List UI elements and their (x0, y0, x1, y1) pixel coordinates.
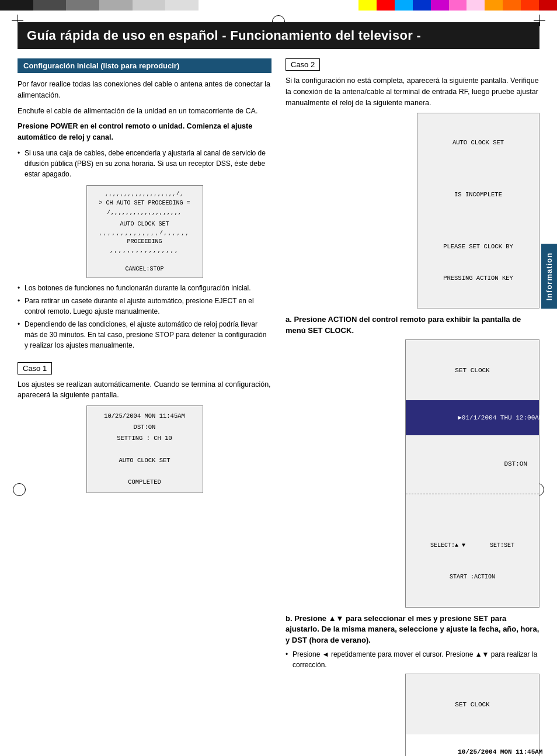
sc1-dst: DST:ON (412, 459, 533, 470)
top-bar-right (358, 0, 557, 11)
swatch-do (503, 0, 521, 11)
swatch-4 (99, 0, 133, 11)
swatch-5 (133, 0, 166, 11)
incomplete-screen-wrapper: AUTO CLOCK SET IS INCOMPLETE PLEASE SET … (286, 113, 539, 308)
completed-line2: DST:ON (94, 422, 196, 433)
swatch-r (377, 0, 395, 11)
sc1-title: SET CLOCK (412, 365, 533, 376)
bullet-list-2: Los botones de funciones no funcionarán … (18, 283, 271, 351)
top-bar-left (0, 0, 199, 11)
swatch-lpk (467, 0, 485, 11)
proceeding-line4: CANCEL:STOP (93, 265, 197, 274)
main-title: Guía rápida de uso en español - Funciona… (18, 22, 539, 49)
swatch-dr (539, 0, 557, 11)
swatch-y (358, 0, 377, 11)
columns: Configuración inicial (listo para reprod… (18, 58, 539, 756)
swatch-b (413, 0, 431, 11)
incomplete-screen: AUTO CLOCK SET IS INCOMPLETE PLEASE SET … (417, 113, 539, 308)
side-tab: Information (541, 244, 557, 309)
sc1-select: SELECT:▲ ▼ SET:SET (412, 540, 533, 550)
completed-line1: 10/25/2004 MON 11:45AM (94, 411, 196, 422)
completed-line4: AUTO CLOCK SET (94, 455, 196, 466)
swatch-o (485, 0, 503, 11)
proceeding-dots2: ,,,,,,,,,,,,,,,, (93, 247, 197, 255)
set-clock-screen-1: SET CLOCK ▶01/1/2004 THU 12:00AM DST:ON … (405, 339, 539, 608)
bullet-item-1: Si usa una caja de cables, debe encender… (18, 148, 271, 179)
swatch-lb (395, 0, 413, 11)
set-clock-screen-2: SET CLOCK 10/25/2004 MON 11:45AM DST:ON … (405, 674, 539, 756)
proceeding-dots: ,,,,,,,,,,,,,,/,,,,,, (93, 229, 197, 237)
swatch-2 (33, 0, 67, 11)
bullet-item-2: Los botones de funciones no funcionarán … (18, 283, 271, 293)
swatch-3 (66, 0, 99, 11)
proceeding-screen: ,,,,,,,,,,,,,,,,,,,/, > CH AUTO SET PROC… (86, 185, 203, 278)
swatch-ro (521, 0, 539, 11)
swatch-pk (449, 0, 467, 11)
proceeding-line2: AUTO CLOCK SET (93, 220, 197, 229)
proceeding-line3: PROCEEDING (93, 237, 197, 247)
sc1-date: ▶01/1/2004 THU 12:00AM (406, 400, 539, 435)
incomplete-line4: PRESSING ACTION KEY (423, 273, 533, 284)
instr-b-subbullet: Presione ◄ repetidamente para mover el c… (286, 649, 539, 670)
swatch-1 (0, 0, 33, 11)
caso1-text: Los ajustes se realizan automáticamente.… (18, 379, 271, 401)
left-column: Configuración inicial (listo para reprod… (18, 58, 271, 756)
caso1-label: Caso 1 (18, 362, 52, 374)
caso2-text: Si la configuración no está completa, ap… (286, 75, 539, 108)
completed-screen: 10/25/2004 MON 11:45AM DST:ON SETTING : … (86, 405, 203, 493)
sc1-dash (406, 494, 539, 494)
top-color-bar (0, 0, 557, 11)
incomplete-line3: PLEASE SET CLOCK BY (423, 242, 533, 252)
page-content: Guía rápida de uso en español - Funciona… (0, 11, 557, 756)
right-column: Caso 2 Si la configuración no está compl… (286, 58, 539, 756)
proceeding-line1: > CH AUTO SET PROCEEDING = (93, 199, 197, 208)
swatch-p (431, 0, 449, 11)
para2: Enchufe el cable de alimentación de la u… (18, 106, 271, 117)
caso2-label: Caso 2 (286, 58, 320, 71)
incomplete-line1: AUTO CLOCK SET (423, 138, 533, 148)
completed-line5: COMPLETED (94, 477, 196, 488)
section-header: Configuración inicial (listo para reprod… (18, 58, 271, 73)
incomplete-line2: IS INCOMPLETE (423, 190, 533, 200)
bullet-item-4: Dependiendo de las condiciones, el ajust… (18, 319, 271, 351)
para1: Por favor realice todas las conexiones d… (18, 79, 271, 101)
instr-b-heading: b. Presione ▲▼ para seleccionar el mes y… (286, 613, 539, 646)
sc1-start: START :ACTION (412, 572, 533, 582)
sc2-date: 10/25/2004 MON 11:45AM (406, 734, 539, 756)
bullet-list-1: Si usa una caja de cables, debe encender… (18, 148, 271, 179)
completed-line3: SETTING : CH 10 (94, 433, 196, 444)
sc2-title: SET CLOCK (412, 699, 533, 710)
para3: Presione POWER en el control remoto o un… (18, 121, 271, 143)
instr-a-heading: a. Presione ACTION del control remoto pa… (286, 314, 539, 335)
bullet-item-3: Para retirar un casete durante el ajuste… (18, 296, 271, 317)
swatch-6 (165, 0, 199, 11)
